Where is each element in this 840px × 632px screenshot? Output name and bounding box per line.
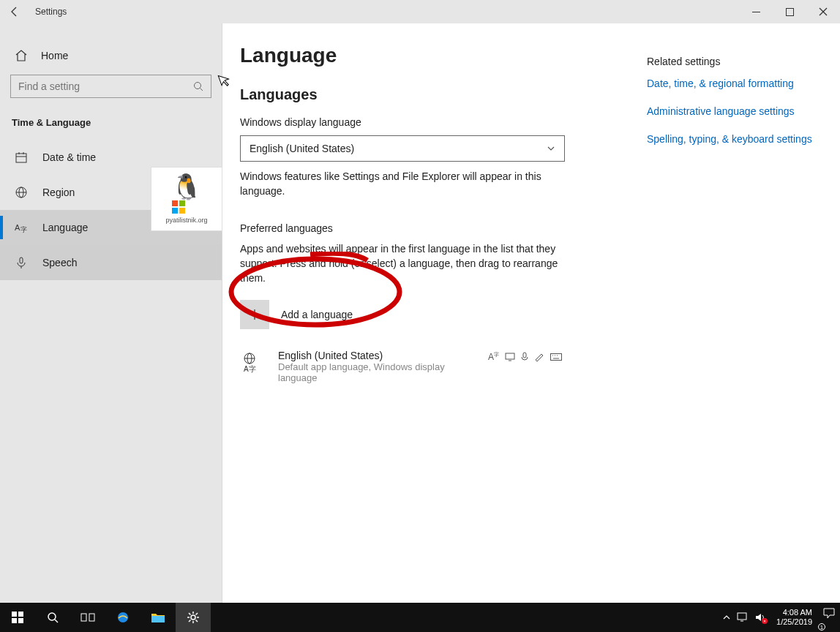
nav-language[interactable]: A字 Language	[0, 210, 222, 245]
handwriting-icon	[534, 353, 544, 361]
svg-rect-36	[12, 612, 17, 617]
internet-explorer-button[interactable]	[105, 603, 140, 632]
search-icon	[186, 75, 211, 97]
display-icon	[505, 353, 515, 361]
clock-time: 4:08 AM	[776, 608, 812, 617]
svg-line-5	[200, 89, 203, 91]
svg-line-41	[55, 620, 58, 622]
svg-point-46	[191, 615, 195, 620]
display-language-info: Windows features like Settings and File …	[240, 169, 565, 199]
maximize-button[interactable]	[773, 0, 806, 23]
language-feature-icons: A字	[488, 351, 562, 362]
file-explorer-button[interactable]	[140, 603, 176, 632]
title-bar: Settings	[0, 0, 840, 23]
system-tray[interactable]: × 4:08 AM 1/25/2019 1	[722, 607, 840, 628]
svg-rect-55	[738, 613, 746, 620]
nav-label: Language	[42, 222, 88, 233]
svg-rect-15	[20, 257, 23, 263]
action-center-button[interactable]: 1	[822, 607, 836, 628]
related-settings-title: Related settings	[647, 56, 815, 67]
preferred-languages-info: Apps and websites will appear in the fir…	[240, 241, 565, 286]
section-languages-title: Languages	[240, 86, 606, 103]
nav-date-time[interactable]: Date & time	[0, 140, 222, 175]
calendar-icon	[15, 151, 28, 164]
svg-rect-6	[16, 154, 26, 162]
minimize-button[interactable]	[739, 0, 773, 23]
close-button[interactable]	[806, 0, 840, 23]
svg-point-40	[48, 613, 56, 620]
home-nav[interactable]: Home	[0, 40, 222, 72]
svg-line-51	[189, 613, 191, 615]
speech-cap-icon	[521, 352, 528, 362]
search-settings-input[interactable]	[10, 75, 211, 98]
search-field[interactable]	[11, 80, 186, 93]
language-icon: A字	[15, 221, 28, 234]
svg-rect-43	[89, 614, 94, 621]
settings-taskbar-button[interactable]	[176, 603, 211, 632]
installed-language-item[interactable]: A字 English (United States) Default app l…	[240, 350, 565, 383]
network-icon[interactable]	[737, 612, 749, 622]
home-icon	[15, 49, 28, 62]
category-header: Time & Language	[0, 98, 222, 140]
keyboard-icon	[550, 353, 562, 361]
microphone-icon	[15, 256, 28, 269]
related-link-spelling[interactable]: Spelling, typing, & keyboard settings	[647, 133, 815, 145]
window-title: Settings	[29, 7, 67, 17]
svg-rect-38	[12, 618, 17, 623]
related-settings: Related settings Date, time, & regional …	[647, 41, 815, 603]
svg-text:A字: A字	[244, 365, 256, 373]
add-language-button[interactable]: Add a language	[240, 300, 606, 329]
svg-rect-1	[786, 8, 793, 15]
plus-icon	[240, 300, 269, 329]
svg-rect-37	[18, 612, 23, 617]
related-link-admin-lang[interactable]: Administrative language settings	[647, 105, 815, 117]
display-language-label: Windows display language	[240, 116, 606, 128]
svg-rect-23	[506, 353, 514, 359]
preferred-languages-label: Preferred languages	[240, 222, 606, 234]
task-view-button[interactable]	[70, 603, 105, 632]
nav-label: Date & time	[42, 151, 96, 163]
dropdown-value: English (United States)	[250, 143, 354, 154]
related-link-date-time[interactable]: Date, time, & regional formatting	[647, 78, 815, 89]
nav-label: Speech	[42, 257, 77, 268]
start-button[interactable]	[0, 603, 35, 632]
main-content: Language Languages Windows display langu…	[222, 23, 840, 603]
svg-point-4	[195, 83, 201, 89]
taskbar-search-button[interactable]	[35, 603, 70, 632]
home-label: Home	[41, 50, 68, 61]
svg-rect-42	[81, 614, 86, 621]
display-language-dropdown[interactable]: English (United States)	[240, 135, 565, 162]
add-language-label: Add a language	[281, 309, 353, 320]
globe-icon	[15, 186, 28, 199]
tray-chevron-up-icon[interactable]	[722, 613, 731, 622]
volume-icon[interactable]: ×	[754, 612, 766, 622]
language-name: English (United States)	[278, 350, 475, 361]
textservice-icon: A字	[488, 351, 499, 362]
nav-label: Region	[42, 187, 75, 198]
svg-rect-26	[551, 353, 562, 360]
back-button[interactable]	[0, 0, 29, 23]
language-glyph-icon: A字	[240, 350, 265, 375]
chevron-down-icon	[547, 144, 555, 153]
page-title: Language	[240, 44, 606, 67]
svg-rect-45	[151, 616, 165, 622]
svg-rect-39	[18, 618, 23, 623]
nav-region[interactable]: Region	[0, 175, 222, 210]
svg-text:字: 字	[20, 226, 27, 233]
svg-line-53	[189, 620, 191, 622]
language-subtitle: Default app language, Windows display la…	[278, 361, 475, 383]
svg-line-52	[196, 620, 198, 622]
sidebar: Home Time & Language Date & time Region	[0, 23, 222, 603]
svg-line-54	[196, 613, 198, 615]
taskbar: × 4:08 AM 1/25/2019 1	[0, 603, 840, 632]
svg-text:A: A	[15, 223, 20, 232]
clock-date: 1/25/2019	[776, 617, 812, 627]
nav-speech[interactable]: Speech	[0, 245, 222, 280]
svg-rect-25	[523, 353, 526, 358]
